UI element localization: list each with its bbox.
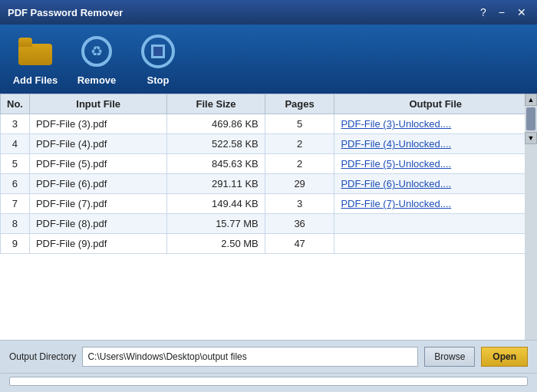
- open-button[interactable]: Open: [481, 347, 528, 367]
- cell-file-size: 291.11 KB: [167, 174, 265, 194]
- col-no: No.: [1, 94, 30, 114]
- main-content: No. Input File File Size Pages Output Fi…: [0, 94, 537, 392]
- table-row: 3PDF-File (3).pdf469.86 KB5PDF-File (3)-…: [1, 114, 537, 134]
- cell-pages: 3: [265, 194, 334, 214]
- table-row: 7PDF-File (7).pdf149.44 KB3PDF-File (7)-…: [1, 194, 537, 214]
- window-controls: ? − ✕: [477, 6, 529, 18]
- cell-input-file: PDF-File (8).pdf: [29, 214, 166, 234]
- cell-pages: 36: [265, 214, 334, 234]
- stop-icon: [141, 35, 175, 68]
- cell-no: 5: [1, 154, 30, 174]
- table-header-row: No. Input File File Size Pages Output Fi…: [1, 94, 537, 114]
- browse-button[interactable]: Browse: [424, 347, 475, 367]
- remove-button[interactable]: Remove: [74, 33, 120, 86]
- output-directory-input[interactable]: [82, 347, 418, 367]
- cell-no: 4: [1, 134, 30, 154]
- cell-no: 6: [1, 174, 30, 194]
- add-files-label: Add Files: [13, 74, 58, 86]
- stop-label: Stop: [147, 74, 170, 86]
- col-input-file: Input File: [29, 94, 166, 114]
- col-pages: Pages: [265, 94, 334, 114]
- col-file-size: File Size: [167, 94, 265, 114]
- add-files-icon-container: [17, 33, 54, 70]
- cell-output-file: [334, 234, 537, 254]
- cell-input-file: PDF-File (7).pdf: [29, 194, 166, 214]
- scrollbar[interactable]: ▲ ▼: [525, 94, 537, 340]
- cell-pages: 2: [265, 154, 334, 174]
- cell-pages: 5: [265, 114, 334, 134]
- title-bar: PDF Password Remover ? − ✕: [0, 0, 537, 25]
- recycle-icon: [81, 36, 112, 67]
- minimize-button[interactable]: −: [496, 6, 508, 18]
- table-row: 9PDF-File (9).pdf2.50 MB47: [1, 234, 537, 254]
- cell-file-size: 522.58 KB: [167, 134, 265, 154]
- remove-icon-container: [78, 33, 115, 70]
- cell-file-size: 469.86 KB: [167, 114, 265, 134]
- cell-no: 9: [1, 234, 30, 254]
- col-output-file: Output File: [334, 94, 537, 114]
- stop-button[interactable]: Stop: [135, 33, 181, 86]
- cell-no: 8: [1, 214, 30, 234]
- stop-icon-container: [140, 33, 176, 70]
- cell-input-file: PDF-File (4).pdf: [29, 134, 166, 154]
- toolbar: Add Files Remove Stop: [0, 25, 537, 94]
- file-table: No. Input File File Size Pages Output Fi…: [0, 94, 537, 254]
- scrollbar-thumb[interactable]: [526, 107, 535, 130]
- folder-icon: [18, 38, 52, 65]
- cell-output-file[interactable]: PDF-File (4)-Unlocked....: [334, 134, 537, 154]
- scrollbar-down-button[interactable]: ▼: [525, 132, 537, 144]
- cell-file-size: 15.77 MB: [167, 214, 265, 234]
- table-row: 4PDF-File (4).pdf522.58 KB2PDF-File (4)-…: [1, 134, 537, 154]
- table-row: 5PDF-File (5).pdf845.63 KB2PDF-File (5)-…: [1, 154, 537, 174]
- progress-area: [0, 373, 537, 392]
- help-button[interactable]: ?: [477, 6, 489, 18]
- file-table-container: No. Input File File Size Pages Output Fi…: [0, 94, 537, 340]
- bottom-bar: Output Directory Browse Open: [0, 340, 537, 373]
- stop-square: [151, 44, 165, 58]
- cell-output-file[interactable]: PDF-File (5)-Unlocked....: [334, 154, 537, 174]
- app-title: PDF Password Remover: [8, 7, 123, 18]
- output-directory-label: Output Directory: [9, 351, 76, 362]
- cell-file-size: 845.63 KB: [167, 154, 265, 174]
- cell-output-file[interactable]: PDF-File (3)-Unlocked....: [334, 114, 537, 134]
- add-files-button[interactable]: Add Files: [12, 33, 58, 86]
- cell-file-size: 149.44 KB: [167, 194, 265, 214]
- progress-bar: [9, 377, 528, 386]
- cell-pages: 29: [265, 174, 334, 194]
- remove-label: Remove: [77, 74, 117, 86]
- cell-input-file: PDF-File (6).pdf: [29, 174, 166, 194]
- cell-input-file: PDF-File (5).pdf: [29, 154, 166, 174]
- cell-output-file[interactable]: PDF-File (6)-Unlocked....: [334, 174, 537, 194]
- close-button[interactable]: ✕: [514, 6, 529, 18]
- cell-file-size: 2.50 MB: [167, 234, 265, 254]
- table-row: 6PDF-File (6).pdf291.11 KB29PDF-File (6)…: [1, 174, 537, 194]
- cell-input-file: PDF-File (3).pdf: [29, 114, 166, 134]
- table-row: 8PDF-File (8).pdf15.77 MB36: [1, 214, 537, 234]
- cell-pages: 2: [265, 134, 334, 154]
- cell-pages: 47: [265, 234, 334, 254]
- cell-output-file: [334, 214, 537, 234]
- cell-no: 3: [1, 114, 30, 134]
- cell-output-file[interactable]: PDF-File (7)-Unlocked....: [334, 194, 537, 214]
- scrollbar-up-button[interactable]: ▲: [525, 94, 537, 106]
- cell-no: 7: [1, 194, 30, 214]
- cell-input-file: PDF-File (9).pdf: [29, 234, 166, 254]
